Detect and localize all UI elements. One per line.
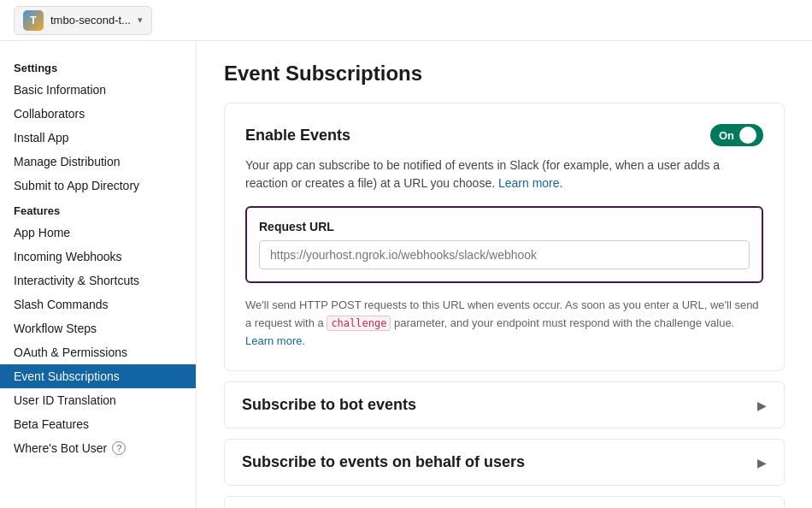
sidebar-item-basic-information[interactable]: Basic Information bbox=[0, 78, 196, 102]
page-title: Event Subscriptions bbox=[224, 62, 785, 86]
main-content: Event Subscriptions Enable Events On You… bbox=[197, 41, 812, 508]
enable-events-description: Your app can subscribe to be notified of… bbox=[245, 157, 763, 192]
subscribe-bot-events-chevron: ▶ bbox=[757, 399, 767, 412]
sidebar-item-beta-features[interactable]: Beta Features bbox=[0, 412, 196, 436]
accordion-section: Subscribe to bot events ▶ Subscribe to e… bbox=[224, 381, 785, 508]
request-url-box: Request URL bbox=[245, 206, 763, 283]
enable-events-learn-more[interactable]: Learn more. bbox=[498, 176, 562, 190]
accordion-app-unfurl-domains[interactable]: App unfurl domains ▶ bbox=[224, 496, 785, 508]
request-url-label: Request URL bbox=[259, 220, 750, 233]
sidebar-item-manage-distribution[interactable]: Manage Distribution bbox=[0, 150, 196, 174]
sidebar-item-incoming-webhooks[interactable]: Incoming Webhooks bbox=[0, 245, 196, 269]
enable-events-header: Enable Events On bbox=[245, 124, 763, 146]
sidebar-item-event-subscriptions[interactable]: Event Subscriptions bbox=[0, 364, 196, 388]
toggle-knob bbox=[739, 127, 756, 144]
subscribe-user-events-title: Subscribe to events on behalf of users bbox=[242, 453, 525, 471]
app-icon: T bbox=[23, 10, 44, 31]
helper-text: We'll send HTTP POST requests to this UR… bbox=[245, 297, 763, 350]
features-section-title: Features bbox=[0, 198, 196, 221]
sidebar-item-collaborators[interactable]: Collaborators bbox=[0, 102, 196, 126]
sidebar-item-workflow-steps[interactable]: Workflow Steps bbox=[0, 316, 196, 340]
help-icon: ? bbox=[112, 441, 126, 455]
subscribe-bot-events-title: Subscribe to bot events bbox=[242, 396, 416, 414]
accordion-subscribe-user-events[interactable]: Subscribe to events on behalf of users ▶ bbox=[224, 439, 785, 486]
toggle-label: On bbox=[719, 129, 734, 142]
sidebar-item-app-home[interactable]: App Home bbox=[0, 221, 196, 245]
sidebar-item-slash-commands[interactable]: Slash Commands bbox=[0, 292, 196, 316]
app-name-label: tmbo-second-t... bbox=[50, 14, 131, 27]
top-bar: T tmbo-second-t... ▾ bbox=[0, 0, 812, 41]
main-layout: Settings Basic Information Collaborators… bbox=[0, 41, 812, 508]
helper-learn-more[interactable]: Learn more. bbox=[245, 334, 305, 347]
accordion-subscribe-bot-events[interactable]: Subscribe to bot events ▶ bbox=[224, 381, 785, 428]
sidebar-item-user-id-translation[interactable]: User ID Translation bbox=[0, 388, 196, 412]
enable-events-title: Enable Events bbox=[245, 127, 350, 145]
sidebar-item-oauth-permissions[interactable]: OAuth & Permissions bbox=[0, 340, 196, 364]
challenge-badge: challenge bbox=[327, 316, 391, 331]
toggle-container: On bbox=[710, 124, 763, 146]
chevron-down-icon: ▾ bbox=[138, 15, 143, 26]
app-selector[interactable]: T tmbo-second-t... ▾ bbox=[14, 6, 152, 35]
sidebar-item-wheres-bot-user[interactable]: Where's Bot User ? bbox=[0, 436, 196, 460]
subscribe-user-events-chevron: ▶ bbox=[757, 456, 767, 470]
sidebar-item-interactivity-shortcuts[interactable]: Interactivity & Shortcuts bbox=[0, 269, 196, 292]
enable-events-card: Enable Events On Your app can subscribe … bbox=[224, 103, 785, 371]
sidebar-item-install-app[interactable]: Install App bbox=[0, 126, 196, 150]
sidebar: Settings Basic Information Collaborators… bbox=[0, 41, 197, 508]
sidebar-item-submit-to-app-directory[interactable]: Submit to App Directory bbox=[0, 174, 196, 198]
enable-events-toggle[interactable]: On bbox=[710, 124, 763, 146]
request-url-input[interactable] bbox=[259, 240, 750, 269]
settings-section-title: Settings bbox=[0, 55, 196, 78]
